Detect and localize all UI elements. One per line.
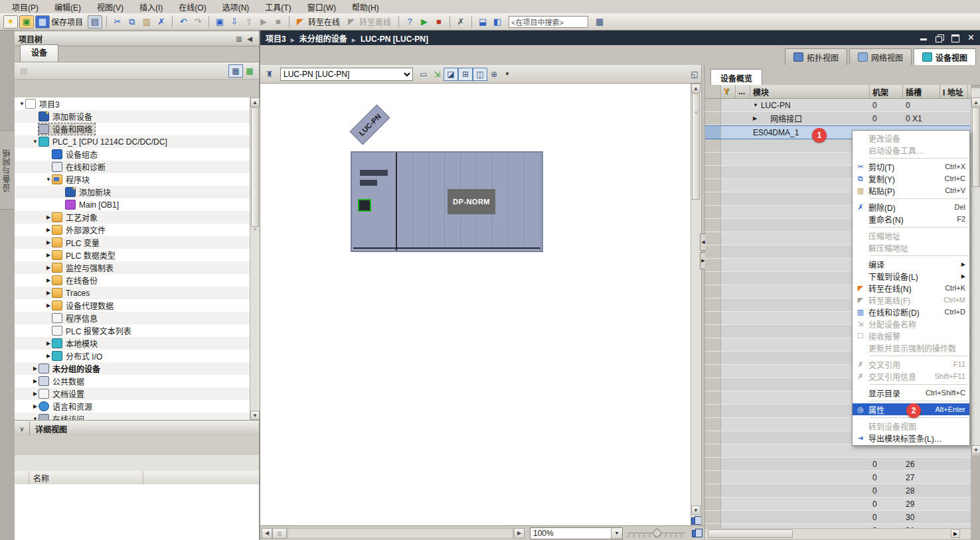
save-icon[interactable]: ▦ <box>35 15 50 29</box>
tree-item-documentation-settings[interactable]: ▶文档设置 <box>15 387 259 400</box>
save-project-label[interactable]: 保存项目 <box>51 16 83 27</box>
tree-scroll-down-icon[interactable]: ▼ <box>250 411 260 420</box>
breadcrumb-segment-2[interactable]: LUC-PN [LUC-PN] <box>361 34 428 44</box>
tree-item-online-diagnostics[interactable]: 在线和诊断 <box>15 161 259 173</box>
tree-expand-icon[interactable]: ▶ <box>32 366 39 371</box>
new-project-icon[interactable]: ✶ <box>3 15 18 29</box>
tree-item-technology-objects[interactable]: ▶工艺对象 <box>15 211 259 224</box>
tree-item-plc-data-types[interactable]: ▶PLC 数据类型 <box>15 249 259 261</box>
tab-devices[interactable]: 设备 <box>20 44 58 62</box>
tree-item-online-access[interactable]: ▼在线访问 <box>15 413 259 420</box>
open-project-icon[interactable]: ▣ <box>19 15 34 29</box>
diagnostics-icon[interactable]: ? <box>403 16 416 28</box>
tree-item-program-blocks[interactable]: ▼程序块 <box>15 173 259 186</box>
context-menu-item-25[interactable]: 显示目录Ctrl+Shift+C <box>853 387 969 399</box>
canvas-scroll-left-icon[interactable]: ◀ <box>262 528 272 539</box>
close-icon[interactable]: ✕ <box>967 34 975 41</box>
tree-item-ungrouped-devices[interactable]: ▶未分组的设备 <box>15 362 259 375</box>
tree-expand-icon[interactable]: ▶ <box>45 227 52 233</box>
overview-scroll-up-icon[interactable]: ▲ <box>971 98 980 107</box>
tree-item-external-sources[interactable]: ▶外部源文件 <box>15 224 259 236</box>
menu-item-1[interactable]: 编辑(E) <box>46 0 89 14</box>
start-cpu-icon[interactable]: ▶ <box>257 16 270 28</box>
float-editor-icon[interactable]: ◱ <box>688 68 701 80</box>
project-tree-scrollbar[interactable]: ▲ ≡ ▼ <box>250 98 260 420</box>
table-row[interactable]: 028 <box>705 484 971 498</box>
context-menu-item-8[interactable]: 重命名(N)F2 <box>853 213 969 225</box>
table-row[interactable]: 027 <box>705 471 971 484</box>
refresh-tree-icon[interactable]: ▦ <box>243 65 256 77</box>
ethernet-port-icon[interactable] <box>358 199 371 212</box>
canvas-scroll-grip[interactable]: ≡ <box>693 110 699 115</box>
add-item-icon[interactable]: ▤ <box>17 65 31 77</box>
print-icon[interactable]: ▤ <box>88 15 102 29</box>
collapse-panel-icon[interactable]: ◀ <box>244 34 255 44</box>
tree-expand-icon[interactable]: ▶ <box>45 353 52 359</box>
table-row[interactable]: 030 <box>705 511 971 524</box>
tree-expand-icon[interactable]: ▶ <box>45 277 52 283</box>
zoom-dropdown-icon[interactable]: ▼ <box>611 528 622 539</box>
device-head-module[interactable] <box>352 153 397 251</box>
auto-collapse-icon[interactable]: ▥ <box>234 34 244 44</box>
delete-icon[interactable]: ✗ <box>155 16 168 28</box>
table-row[interactable]: 026 <box>705 458 971 471</box>
redo-icon[interactable]: ↷ <box>191 16 204 28</box>
tree-item-plc-alarm-text-lists[interactable]: PLC 报警文本列表 <box>15 324 259 337</box>
row-expand-icon[interactable]: ▶ <box>753 115 757 121</box>
table-row[interactable]: ▶网络接口00 X1 <box>705 112 971 125</box>
menu-item-3[interactable]: 插入(I) <box>131 0 171 14</box>
zoom-combo[interactable]: 100% ▼ <box>530 527 623 539</box>
canvas-vertical-scrollbar[interactable]: ▲ ≡ ▼ <box>691 84 702 525</box>
tree-scroll-grip[interactable]: ≡ <box>252 227 258 232</box>
start-sim-icon[interactable]: ▶ <box>418 16 431 28</box>
network-overview-icon[interactable]: ♜ <box>263 68 276 80</box>
device-select[interactable]: LUC-PN [LUC-PN] <box>280 68 413 81</box>
maximize-icon[interactable] <box>951 34 959 41</box>
tree-item-local-modules[interactable]: ▶本地模块 <box>15 337 259 350</box>
fit-to-view-icon[interactable] <box>691 516 702 525</box>
show-addresses-icon[interactable]: ◪ <box>444 68 458 81</box>
canvas-hscroll-grip[interactable]: ||| <box>272 528 287 539</box>
go-offline-label[interactable]: 转至离线 <box>359 16 391 27</box>
tree-expand-icon[interactable]: ▶ <box>45 239 52 245</box>
split-horizontal-icon[interactable]: ⬓ <box>476 16 489 28</box>
overview-column-3[interactable]: I 地址 <box>940 85 968 98</box>
tree-expand-icon[interactable]: ▶ <box>45 214 52 220</box>
tree-item-main-ob1[interactable]: Main [OB1] <box>15 198 259 211</box>
row-expand-icon[interactable]: ▼ <box>753 102 758 108</box>
context-menu-item-14[interactable]: 下载到设备(L)▶ <box>853 270 969 282</box>
undo-icon[interactable]: ↶ <box>177 16 190 28</box>
table-row[interactable]: ▼LUC-PN00 <box>705 99 971 112</box>
menu-item-7[interactable]: 窗口(W) <box>299 0 344 14</box>
tree-expand-icon[interactable]: ▶ <box>32 391 39 397</box>
tab-network-view[interactable]: 网络视图 <box>849 48 912 65</box>
canvas-scroll-thumb[interactable] <box>692 94 700 200</box>
overview-scroll-down-icon[interactable]: ▼ <box>971 445 980 454</box>
context-menu-item-13[interactable]: 编译▶ <box>853 258 969 270</box>
go-online-label[interactable]: 转至在线 <box>308 16 340 27</box>
go-offline-icon[interactable]: ◤ <box>345 16 358 28</box>
tree-item-add-new-device[interactable]: 添加新设备 <box>15 110 259 123</box>
table-row[interactable] <box>705 444 971 458</box>
overview-column-1[interactable]: 机架 <box>870 85 903 98</box>
context-menu-item-30[interactable]: ➜导出模块标签条(L)… <box>853 432 969 444</box>
show-labels-icon[interactable]: ◫ <box>473 68 487 81</box>
tree-item-add-new-block[interactable]: 添加新块 <box>15 186 259 198</box>
tab-topology-view[interactable]: 拓扑视图 <box>785 48 847 65</box>
table-row[interactable]: 029 <box>705 498 971 511</box>
tree-expand-icon[interactable]: ▶ <box>45 340 52 346</box>
tree-item-watch-force-tables[interactable]: ▶监控与强制表 <box>15 261 259 274</box>
device-view-canvas[interactable]: LUC-PN DP-NORM <box>260 84 691 525</box>
context-menu-item-7[interactable]: ✗删除(D)Del <box>853 201 969 213</box>
tree-item-plc-tags[interactable]: ▶PLC 变量 <box>15 236 259 249</box>
tree-item-traces[interactable]: ▶Traces <box>15 287 259 299</box>
tree-expand-icon[interactable]: ▶ <box>32 403 39 409</box>
compile-icon[interactable]: ▣ <box>213 16 226 28</box>
zoom-menu-icon[interactable]: ▼ <box>501 68 514 80</box>
tree-view-toggle-icon[interactable]: ▦ <box>228 64 243 78</box>
tree-item-plc[interactable]: ▼PLC_1 [CPU 1214C DC/DC/DC] <box>15 135 259 148</box>
measure-icon[interactable]: ▭ <box>417 68 430 80</box>
tree-item-online-backups[interactable]: ▶在线备份 <box>15 274 259 287</box>
stop-sim-icon[interactable]: ■ <box>432 16 446 28</box>
tree-item-device-proxy-data[interactable]: ▶设备代理数据 <box>15 299 259 312</box>
